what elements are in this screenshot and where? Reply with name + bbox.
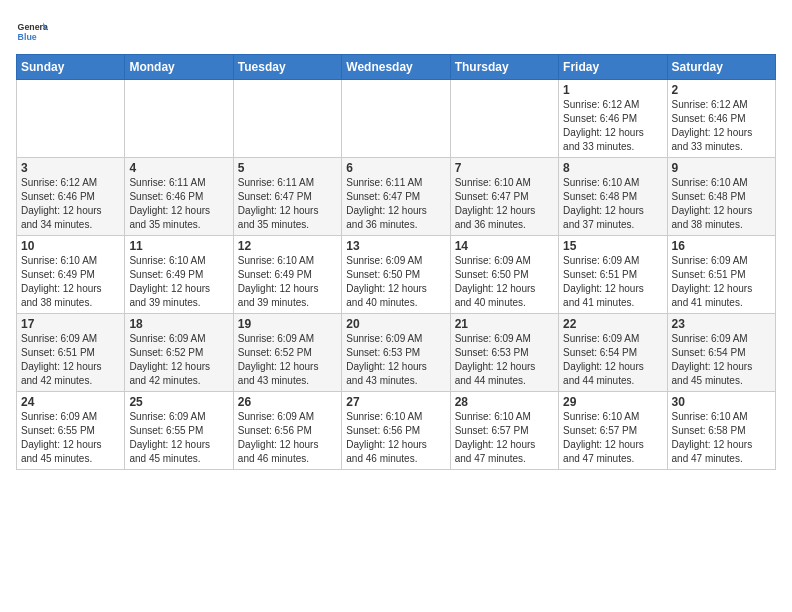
day-number: 5 [238,161,337,175]
day-info: Sunrise: 6:10 AM Sunset: 6:48 PM Dayligh… [672,176,771,232]
day-number: 24 [21,395,120,409]
day-number: 2 [672,83,771,97]
week-row-2: 3Sunrise: 6:12 AM Sunset: 6:46 PM Daylig… [17,158,776,236]
week-row-4: 17Sunrise: 6:09 AM Sunset: 6:51 PM Dayli… [17,314,776,392]
calendar-cell: 11Sunrise: 6:10 AM Sunset: 6:49 PM Dayli… [125,236,233,314]
calendar-table: SundayMondayTuesdayWednesdayThursdayFrid… [16,54,776,470]
day-number: 9 [672,161,771,175]
day-number: 17 [21,317,120,331]
calendar-cell [17,80,125,158]
calendar-cell: 17Sunrise: 6:09 AM Sunset: 6:51 PM Dayli… [17,314,125,392]
day-number: 19 [238,317,337,331]
day-info: Sunrise: 6:10 AM Sunset: 6:49 PM Dayligh… [238,254,337,310]
calendar-cell: 8Sunrise: 6:10 AM Sunset: 6:48 PM Daylig… [559,158,667,236]
day-number: 23 [672,317,771,331]
day-number: 10 [21,239,120,253]
calendar-cell: 2Sunrise: 6:12 AM Sunset: 6:46 PM Daylig… [667,80,775,158]
day-header-saturday: Saturday [667,55,775,80]
day-number: 14 [455,239,554,253]
day-number: 26 [238,395,337,409]
calendar-cell: 3Sunrise: 6:12 AM Sunset: 6:46 PM Daylig… [17,158,125,236]
day-info: Sunrise: 6:09 AM Sunset: 6:54 PM Dayligh… [672,332,771,388]
day-info: Sunrise: 6:09 AM Sunset: 6:53 PM Dayligh… [455,332,554,388]
day-number: 20 [346,317,445,331]
day-info: Sunrise: 6:09 AM Sunset: 6:51 PM Dayligh… [21,332,120,388]
calendar-cell: 16Sunrise: 6:09 AM Sunset: 6:51 PM Dayli… [667,236,775,314]
calendar-cell: 5Sunrise: 6:11 AM Sunset: 6:47 PM Daylig… [233,158,341,236]
day-number: 25 [129,395,228,409]
day-number: 4 [129,161,228,175]
days-of-week-row: SundayMondayTuesdayWednesdayThursdayFrid… [17,55,776,80]
calendar-cell: 30Sunrise: 6:10 AM Sunset: 6:58 PM Dayli… [667,392,775,470]
calendar-body: 1Sunrise: 6:12 AM Sunset: 6:46 PM Daylig… [17,80,776,470]
day-info: Sunrise: 6:09 AM Sunset: 6:50 PM Dayligh… [346,254,445,310]
day-number: 16 [672,239,771,253]
day-header-monday: Monday [125,55,233,80]
day-info: Sunrise: 6:11 AM Sunset: 6:47 PM Dayligh… [346,176,445,232]
general-blue-logo-icon: General Blue [16,16,48,48]
day-number: 30 [672,395,771,409]
day-number: 1 [563,83,662,97]
day-number: 28 [455,395,554,409]
day-number: 7 [455,161,554,175]
day-number: 22 [563,317,662,331]
calendar-header: SundayMondayTuesdayWednesdayThursdayFrid… [17,55,776,80]
calendar-cell: 27Sunrise: 6:10 AM Sunset: 6:56 PM Dayli… [342,392,450,470]
calendar-cell: 24Sunrise: 6:09 AM Sunset: 6:55 PM Dayli… [17,392,125,470]
day-number: 3 [21,161,120,175]
day-info: Sunrise: 6:11 AM Sunset: 6:46 PM Dayligh… [129,176,228,232]
day-info: Sunrise: 6:09 AM Sunset: 6:50 PM Dayligh… [455,254,554,310]
day-info: Sunrise: 6:09 AM Sunset: 6:51 PM Dayligh… [672,254,771,310]
calendar-cell: 10Sunrise: 6:10 AM Sunset: 6:49 PM Dayli… [17,236,125,314]
calendar-cell: 1Sunrise: 6:12 AM Sunset: 6:46 PM Daylig… [559,80,667,158]
day-info: Sunrise: 6:09 AM Sunset: 6:53 PM Dayligh… [346,332,445,388]
day-info: Sunrise: 6:10 AM Sunset: 6:48 PM Dayligh… [563,176,662,232]
day-number: 8 [563,161,662,175]
day-header-wednesday: Wednesday [342,55,450,80]
day-info: Sunrise: 6:12 AM Sunset: 6:46 PM Dayligh… [672,98,771,154]
calendar-cell: 15Sunrise: 6:09 AM Sunset: 6:51 PM Dayli… [559,236,667,314]
day-info: Sunrise: 6:09 AM Sunset: 6:52 PM Dayligh… [129,332,228,388]
calendar-cell: 4Sunrise: 6:11 AM Sunset: 6:46 PM Daylig… [125,158,233,236]
day-number: 15 [563,239,662,253]
day-number: 18 [129,317,228,331]
day-info: Sunrise: 6:10 AM Sunset: 6:49 PM Dayligh… [129,254,228,310]
day-header-tuesday: Tuesday [233,55,341,80]
calendar-cell: 22Sunrise: 6:09 AM Sunset: 6:54 PM Dayli… [559,314,667,392]
day-number: 13 [346,239,445,253]
calendar-cell: 18Sunrise: 6:09 AM Sunset: 6:52 PM Dayli… [125,314,233,392]
day-number: 12 [238,239,337,253]
day-header-thursday: Thursday [450,55,558,80]
calendar-cell: 20Sunrise: 6:09 AM Sunset: 6:53 PM Dayli… [342,314,450,392]
calendar-cell: 23Sunrise: 6:09 AM Sunset: 6:54 PM Dayli… [667,314,775,392]
day-header-sunday: Sunday [17,55,125,80]
calendar-cell: 7Sunrise: 6:10 AM Sunset: 6:47 PM Daylig… [450,158,558,236]
day-info: Sunrise: 6:10 AM Sunset: 6:57 PM Dayligh… [563,410,662,466]
calendar-cell: 13Sunrise: 6:09 AM Sunset: 6:50 PM Dayli… [342,236,450,314]
day-number: 11 [129,239,228,253]
calendar-cell [233,80,341,158]
day-info: Sunrise: 6:09 AM Sunset: 6:54 PM Dayligh… [563,332,662,388]
day-info: Sunrise: 6:11 AM Sunset: 6:47 PM Dayligh… [238,176,337,232]
calendar-cell: 19Sunrise: 6:09 AM Sunset: 6:52 PM Dayli… [233,314,341,392]
svg-text:Blue: Blue [18,32,37,42]
week-row-1: 1Sunrise: 6:12 AM Sunset: 6:46 PM Daylig… [17,80,776,158]
day-info: Sunrise: 6:09 AM Sunset: 6:51 PM Dayligh… [563,254,662,310]
day-info: Sunrise: 6:12 AM Sunset: 6:46 PM Dayligh… [21,176,120,232]
calendar-cell: 9Sunrise: 6:10 AM Sunset: 6:48 PM Daylig… [667,158,775,236]
day-info: Sunrise: 6:09 AM Sunset: 6:55 PM Dayligh… [21,410,120,466]
day-info: Sunrise: 6:10 AM Sunset: 6:57 PM Dayligh… [455,410,554,466]
calendar-cell: 26Sunrise: 6:09 AM Sunset: 6:56 PM Dayli… [233,392,341,470]
day-number: 29 [563,395,662,409]
day-info: Sunrise: 6:10 AM Sunset: 6:58 PM Dayligh… [672,410,771,466]
day-info: Sunrise: 6:10 AM Sunset: 6:49 PM Dayligh… [21,254,120,310]
day-number: 6 [346,161,445,175]
calendar-cell [342,80,450,158]
calendar-cell: 6Sunrise: 6:11 AM Sunset: 6:47 PM Daylig… [342,158,450,236]
calendar-cell: 25Sunrise: 6:09 AM Sunset: 6:55 PM Dayli… [125,392,233,470]
calendar-cell: 21Sunrise: 6:09 AM Sunset: 6:53 PM Dayli… [450,314,558,392]
day-info: Sunrise: 6:12 AM Sunset: 6:46 PM Dayligh… [563,98,662,154]
calendar-cell: 29Sunrise: 6:10 AM Sunset: 6:57 PM Dayli… [559,392,667,470]
page-header: General Blue [16,16,776,48]
day-header-friday: Friday [559,55,667,80]
